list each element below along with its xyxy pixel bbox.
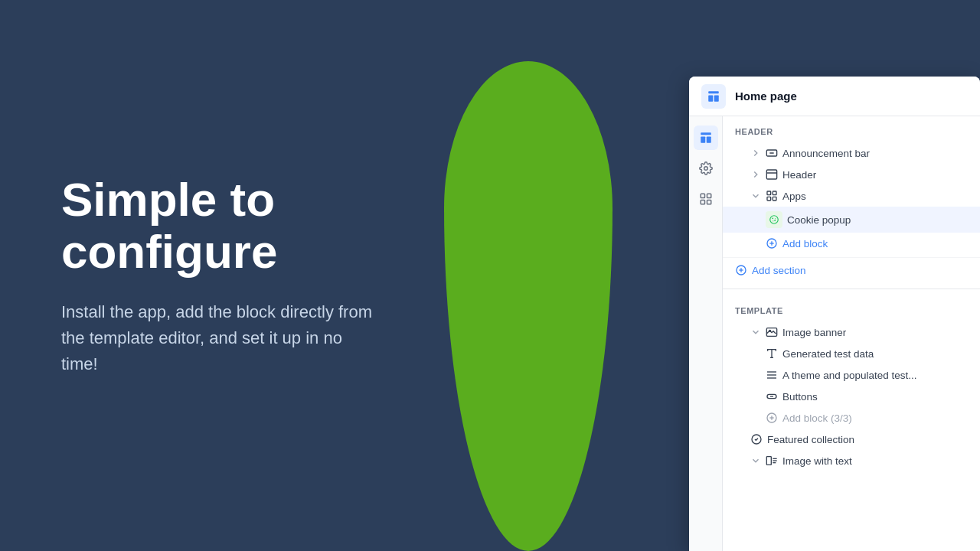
sidebar-apps-icon[interactable]	[694, 187, 718, 211]
apps-item[interactable]: Apps	[723, 185, 980, 207]
add-block-33-label: Add block (3/3)	[782, 412, 852, 424]
svg-rect-44	[766, 457, 771, 465]
chevron-down-icon	[750, 191, 761, 201]
svg-rect-7	[701, 194, 704, 197]
apps-icon-svg	[699, 192, 713, 206]
svg-rect-1	[708, 95, 713, 101]
add-section-icon	[735, 264, 747, 276]
apps-label: Apps	[782, 191, 971, 202]
topbar-layout-icon	[701, 84, 726, 109]
header-section-label: Header	[723, 116, 980, 142]
chevron-down-icon-3	[750, 455, 761, 466]
announcement-bar-label: Announcement bar	[782, 148, 957, 159]
header-item[interactable]: Header	[723, 164, 980, 185]
svg-rect-9	[701, 201, 704, 204]
svg-point-6	[704, 167, 707, 171]
buttons-icon	[766, 390, 778, 403]
image-with-text-item[interactable]: Image with text	[723, 450, 980, 471]
featured-collection-icon	[750, 433, 763, 445]
svg-rect-3	[701, 132, 711, 135]
sidebar-icons	[689, 116, 723, 551]
svg-rect-10	[707, 201, 710, 204]
theme-populated-item[interactable]: A theme and populated test...	[723, 364, 980, 386]
image-banner-item[interactable]: Image banner	[723, 321, 980, 343]
cookie-popup-icon-wrap	[766, 211, 782, 228]
editor-tree: Header Announcement bar ✏	[723, 116, 980, 551]
svg-point-22	[775, 218, 776, 219]
announcement-bar-icon	[766, 147, 778, 159]
svg-rect-13	[766, 170, 776, 179]
section-divider	[723, 289, 980, 289]
chevron-down-icon-2	[750, 327, 761, 337]
header-block-label: Header	[782, 169, 971, 181]
svg-point-23	[773, 220, 773, 221]
buttons-label: Buttons	[782, 391, 971, 403]
list-icon	[766, 369, 778, 381]
theme-populated-label: A theme and populated test...	[782, 370, 971, 381]
svg-point-24	[774, 220, 776, 221]
svg-rect-8	[707, 194, 710, 197]
apps-block-icon	[766, 190, 778, 202]
generated-test-data-label: Generated test data	[782, 348, 971, 360]
svg-rect-16	[767, 191, 771, 195]
sidebar-settings-icon[interactable]	[694, 156, 718, 181]
cookie-popup-label: Cookie popup	[787, 214, 971, 226]
featured-collection-item[interactable]: Featured collection	[723, 429, 980, 450]
cookie-popup-item[interactable]: Cookie popup	[723, 207, 980, 233]
add-block-icon	[766, 237, 778, 249]
svg-rect-17	[773, 191, 776, 195]
settings-icon-svg	[699, 161, 713, 175]
layout-icon-svg	[699, 131, 713, 145]
template-section-label: Template	[723, 295, 980, 321]
add-section-label: Add section	[752, 265, 806, 276]
image-with-text-label: Image with text	[782, 455, 971, 467]
svg-rect-5	[706, 137, 710, 143]
image-banner-icon	[766, 326, 778, 338]
svg-rect-0	[708, 91, 719, 93]
header-block-icon	[766, 168, 778, 181]
editor-page-title: Home page	[735, 90, 968, 103]
editor-body: Header Announcement bar ✏	[689, 116, 980, 551]
cookie-popup-icon	[769, 214, 779, 225]
sidebar-layout-icon[interactable]	[694, 126, 718, 150]
svg-rect-18	[767, 197, 771, 201]
buttons-item[interactable]: Buttons	[723, 386, 980, 407]
svg-point-20	[770, 216, 779, 224]
add-block-33-button: Add block (3/3)	[723, 407, 980, 429]
announcement-bar-item[interactable]: Announcement bar ✏	[723, 142, 980, 164]
image-banner-label: Image banner	[782, 327, 971, 338]
add-section-button[interactable]: Add section	[723, 257, 980, 282]
add-block-33-icon	[766, 412, 778, 424]
featured-collection-label: Featured collection	[767, 434, 971, 445]
svg-rect-2	[714, 95, 719, 101]
add-block-label: Add block	[782, 238, 828, 249]
svg-rect-4	[701, 137, 705, 143]
image-with-text-icon	[766, 455, 778, 467]
hero-subtitle: Install the app, add the block directly …	[61, 299, 383, 377]
chevron-right-icon	[750, 148, 761, 158]
text-icon	[766, 347, 778, 360]
svg-rect-19	[773, 197, 776, 201]
layout-svg-icon	[707, 90, 720, 103]
chevron-right-icon-2	[750, 169, 761, 180]
editor-topbar: Home page	[689, 77, 980, 116]
editor-panel: Home page	[689, 77, 980, 551]
svg-point-21	[772, 217, 773, 219]
add-block-button[interactable]: Add block	[723, 233, 980, 254]
generated-test-data-item[interactable]: Generated test data	[723, 343, 980, 364]
